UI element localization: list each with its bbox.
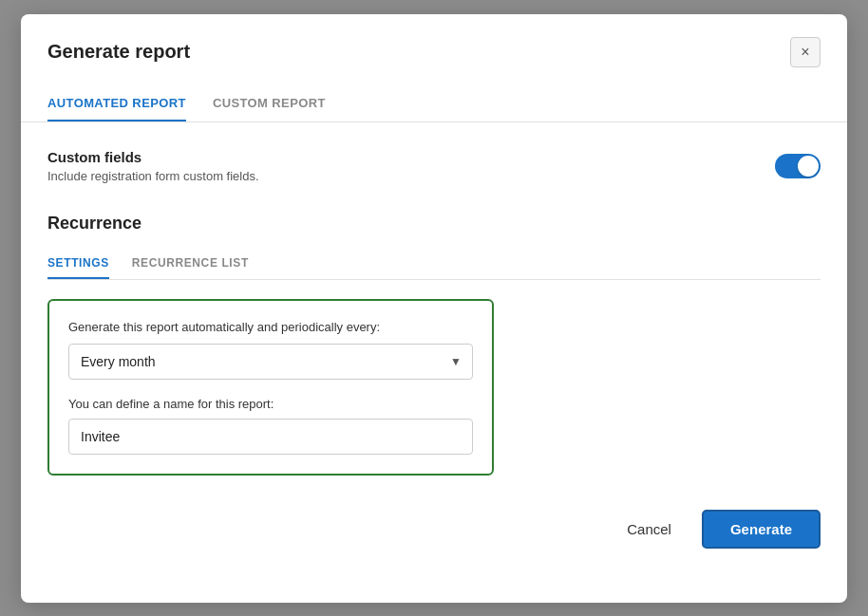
custom-fields-title: Custom fields — [47, 149, 259, 165]
modal-body: Custom fields Include registration form … — [21, 122, 847, 495]
generate-button[interactable]: Generate — [702, 510, 821, 549]
custom-fields-toggle[interactable] — [775, 154, 821, 178]
custom-fields-subtitle: Include registration form custom fields. — [47, 169, 259, 183]
cancel-button[interactable]: Cancel — [612, 513, 687, 545]
custom-fields-text: Custom fields Include registration form … — [47, 149, 259, 183]
modal-header: Generate report × — [21, 14, 847, 67]
frequency-select[interactable]: Every day Every week Every month Every y… — [68, 344, 473, 380]
modal-title: Generate report — [47, 41, 190, 63]
modal-container: Generate report × AUTOMATED REPORT CUSTO… — [21, 14, 847, 603]
frequency-select-wrapper: Every day Every week Every month Every y… — [68, 344, 473, 380]
recurrence-section-title: Recurrence — [47, 214, 821, 233]
modal-overlay: Generate report × AUTOMATED REPORT CUSTO… — [0, 0, 868, 616]
report-name-input[interactable] — [68, 419, 473, 455]
custom-fields-row: Custom fields Include registration form … — [47, 149, 821, 183]
toggle-knob — [798, 156, 819, 177]
top-tabs: AUTOMATED REPORT CUSTOM REPORT — [21, 86, 847, 122]
tab-automated-report[interactable]: AUTOMATED REPORT — [47, 86, 186, 121]
tab-custom-report[interactable]: CUSTOM REPORT — [213, 86, 326, 121]
generate-periodically-label: Generate this report automatically and p… — [68, 320, 473, 334]
tab-recurrence-list[interactable]: RECURRENCE LIST — [132, 249, 249, 279]
recurrence-tabs: SETTINGS RECURRENCE LIST — [47, 249, 821, 280]
close-button[interactable]: × — [790, 37, 821, 67]
settings-box: Generate this report automatically and p… — [47, 299, 494, 476]
tab-settings[interactable]: SETTINGS — [47, 249, 109, 279]
report-name-label: You can define a name for this report: — [68, 397, 473, 411]
modal-footer: Cancel Generate — [21, 495, 847, 571]
